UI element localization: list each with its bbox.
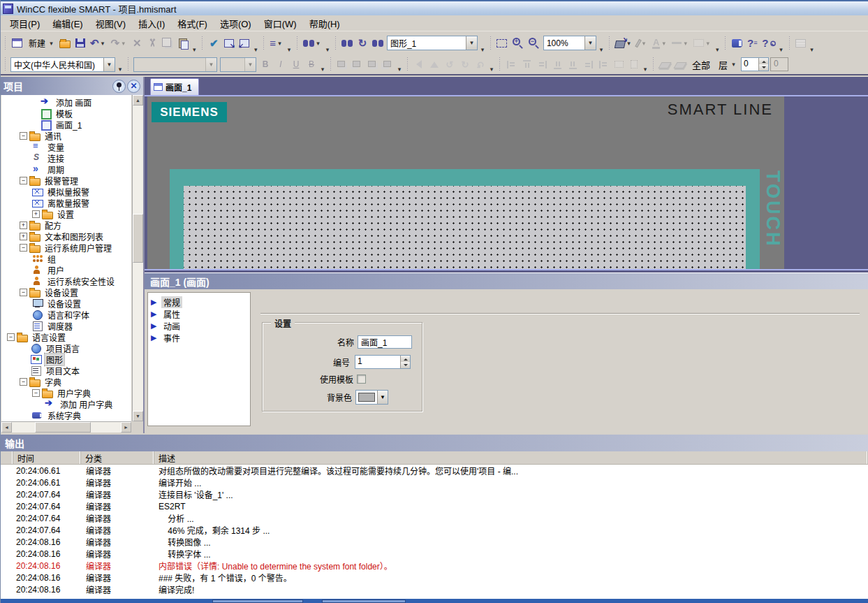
tree-item[interactable]: 离散量报警 [1, 197, 131, 208]
tree-expander[interactable]: − [20, 177, 27, 184]
tree-item[interactable]: 模拟量报警 [1, 186, 131, 197]
equal-width-button[interactable] [611, 56, 626, 73]
line-style-button[interactable]: ▾ [670, 35, 691, 52]
tree-expander[interactable]: − [20, 132, 27, 140]
tree-item[interactable]: 用户 [1, 264, 131, 275]
align-bottom-button[interactable] [580, 56, 596, 73]
tree-item[interactable]: + 文本和图形列表 [1, 231, 131, 242]
align-left-button[interactable] [503, 56, 519, 73]
spinner-up-button[interactable] [759, 58, 768, 64]
flip-horizontal-button[interactable] [411, 56, 427, 73]
toolbar-grip[interactable] [723, 36, 727, 51]
output-row[interactable]: 20:24:08.16 编译器 转换图像 ... [1, 536, 868, 548]
layer-caret[interactable]: ▾ [730, 61, 737, 68]
tree-item[interactable]: 添加 用户字典 [1, 398, 131, 409]
toolbar-grip[interactable] [406, 57, 409, 72]
scroll-right-button[interactable]: ► [121, 422, 131, 433]
output-row[interactable]: 20:24:07.64 编译器 46% 完成，剩余 1314 步 ... [1, 524, 868, 536]
tree-item[interactable]: + 配方 [1, 219, 131, 231]
center-horizontal-button[interactable] [596, 56, 611, 73]
open-button[interactable] [57, 35, 73, 52]
font-size-combo[interactable]: ▼ [220, 57, 256, 72]
tree-horizontal-scrollbar[interactable]: ◄ ► [1, 421, 131, 433]
toolbar-grip[interactable] [788, 36, 791, 51]
tree-item[interactable]: 调度器 [1, 320, 131, 331]
toolbar-grip[interactable] [498, 57, 501, 72]
rotate-left-button[interactable]: ↺ [442, 56, 457, 73]
combo-dropdown-button[interactable]: ▼ [205, 58, 216, 71]
bring-to-front-button[interactable] [334, 56, 350, 73]
spinner-down-button[interactable] [401, 362, 410, 368]
tree-vertical-scrollbar[interactable]: ▲ ▼ [132, 95, 143, 421]
description-column-header[interactable]: 描述 [154, 451, 868, 464]
align-center-button[interactable] [519, 56, 534, 73]
scroll-up-button[interactable]: ▲ [133, 95, 143, 106]
output-row[interactable]: 20:24:07.64 编译器 分析 ... [1, 512, 868, 524]
tree-item[interactable]: − 语言设置 [1, 331, 131, 342]
tree-item[interactable]: 画面_1 [1, 119, 131, 130]
canvas-viewport[interactable]: SIEMENS SMART LINE TOUCH [145, 95, 868, 270]
layer-number-spinner[interactable]: 0 [741, 57, 769, 71]
number-spinner[interactable]: 1 [355, 355, 411, 369]
help-contents-button[interactable] [729, 35, 744, 52]
align-top-button[interactable] [550, 56, 565, 73]
move-layer-up-button[interactable] [657, 56, 672, 73]
fill-color-button[interactable]: ▾ [613, 35, 635, 52]
tree-item[interactable]: 变量 [1, 141, 131, 152]
align-right-button[interactable] [534, 56, 550, 73]
border-style-caret[interactable]: ▾ [704, 40, 712, 47]
toolbar-grip[interactable] [200, 36, 204, 51]
scrollbar-thumb[interactable] [133, 214, 143, 263]
gutter-column-header[interactable] [1, 451, 13, 464]
zoom-in-button[interactable]: + [510, 35, 526, 52]
toolbar-overflow-caret[interactable]: ▾ [319, 66, 326, 74]
transfer-button[interactable] [237, 35, 252, 52]
toolbar-overflow-caret[interactable]: ▾ [642, 66, 649, 74]
brush-button[interactable]: ▾ [635, 35, 650, 52]
tree-item[interactable]: − 报警管理 [1, 175, 131, 186]
find-replace-button[interactable]: ▾ [301, 35, 324, 52]
close-panel-button[interactable]: ✕ [127, 80, 140, 93]
zoom-out-button[interactable]: − [526, 35, 542, 52]
combo-dropdown-button[interactable]: ▼ [377, 391, 388, 404]
cross-reference-caret[interactable]: ▾ [276, 40, 284, 47]
toolbar-overflow-caret[interactable]: ▾ [286, 46, 293, 55]
use-template-checkbox[interactable] [357, 375, 366, 384]
background-color-combo[interactable]: ▼ [355, 390, 388, 405]
equal-height-button[interactable] [626, 56, 642, 73]
menu-item[interactable]: 选项(O) [214, 15, 258, 32]
show-all-layers-button[interactable]: 全部 [688, 56, 714, 73]
pin-button[interactable] [112, 80, 126, 93]
tree-item[interactable]: 设备设置 [1, 298, 131, 309]
tree-expander[interactable]: − [32, 389, 40, 397]
strikethrough-button[interactable]: B [304, 56, 319, 73]
underline-button[interactable]: U [288, 56, 304, 73]
cross-reference-button[interactable]: ≡▾ [267, 35, 286, 52]
redo-dropdown-caret[interactable]: ▾ [119, 40, 127, 47]
find-down-button[interactable] [370, 35, 385, 52]
font-name-combo[interactable]: ▼ [133, 57, 217, 72]
combo-dropdown-button[interactable]: ▼ [244, 58, 256, 71]
toolbar-grip[interactable] [608, 36, 611, 51]
zoom-area-button[interactable] [494, 35, 510, 52]
font-color-caret[interactable]: ▾ [660, 40, 668, 47]
output-row[interactable]: 20:24:06.61 编译器 编译开始 ... [1, 477, 868, 488]
toolbar-grip[interactable] [489, 36, 492, 51]
save-button[interactable] [73, 35, 88, 52]
output-row[interactable]: 20:24:08.16 编译器 内部错误（详情: Unable to deter… [1, 560, 868, 572]
toolbar-overflow-caret[interactable]: ▾ [809, 46, 816, 55]
toolbar-overflow-caret[interactable]: ▾ [324, 46, 331, 55]
italic-button[interactable]: I [273, 56, 288, 73]
help-index-button[interactable]: ?≡ [744, 35, 760, 52]
category-column-header[interactable]: 分类 [81, 451, 154, 464]
name-input[interactable] [358, 335, 412, 349]
combo-dropdown-button[interactable]: ▼ [584, 36, 596, 50]
tree-expander[interactable]: + [20, 233, 27, 240]
tree-item[interactable]: 连接 [1, 152, 131, 164]
tree-item[interactable]: 运行系统安全性设 [1, 275, 131, 286]
tree-item[interactable]: 语言和字体 [1, 309, 131, 320]
rotate-180-button[interactable]: ↻ [473, 56, 488, 73]
tree-item[interactable]: − 设备设置 [1, 286, 131, 298]
tree-expander[interactable]: + [20, 221, 27, 229]
find-caret[interactable]: ▾ [314, 40, 322, 47]
